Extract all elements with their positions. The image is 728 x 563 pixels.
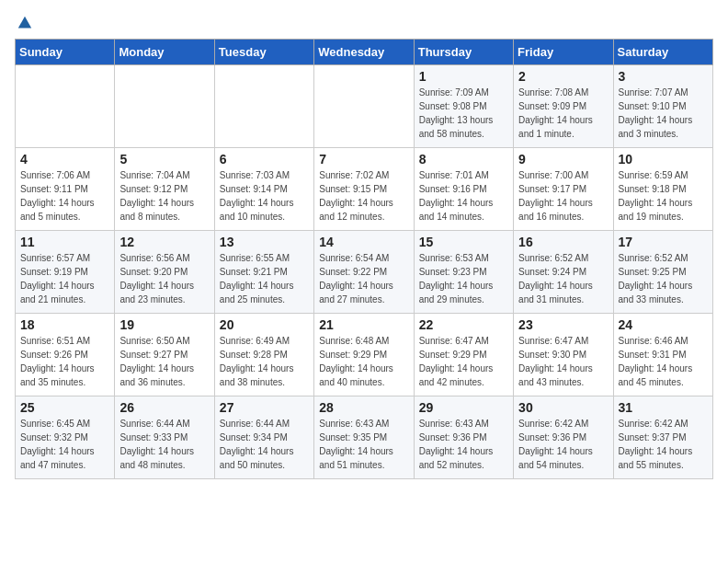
- day-number: 30: [518, 400, 608, 415]
- week-row-3: 18Sunrise: 6:51 AMSunset: 9:26 PMDayligh…: [16, 314, 713, 396]
- day-info: Sunrise: 6:53 AMSunset: 9:23 PMDaylight:…: [419, 251, 508, 306]
- day-info: Sunrise: 6:42 AMSunset: 9:37 PMDaylight:…: [619, 417, 708, 472]
- day-info: Sunrise: 7:08 AMSunset: 9:09 PMDaylight:…: [518, 86, 608, 141]
- day-cell: 18Sunrise: 6:51 AMSunset: 9:26 PMDayligh…: [16, 314, 115, 396]
- day-number: 13: [220, 235, 309, 249]
- day-number: 18: [20, 317, 109, 332]
- day-info: Sunrise: 6:51 AMSunset: 9:26 PMDaylight:…: [20, 334, 109, 389]
- day-info: Sunrise: 7:06 AMSunset: 9:11 PMDaylight:…: [20, 168, 109, 224]
- day-info: Sunrise: 7:07 AMSunset: 9:10 PMDaylight:…: [619, 86, 708, 141]
- day-info: Sunrise: 6:42 AMSunset: 9:36 PMDaylight:…: [518, 417, 608, 472]
- day-info: Sunrise: 7:04 AMSunset: 9:12 PMDaylight:…: [119, 168, 209, 224]
- day-cell: [314, 65, 414, 148]
- day-cell: 29Sunrise: 6:43 AMSunset: 9:36 PMDayligh…: [414, 396, 513, 479]
- day-number: 27: [220, 400, 309, 415]
- day-number: 24: [619, 317, 708, 332]
- week-row-1: 4Sunrise: 7:06 AMSunset: 9:11 PMDaylight…: [16, 148, 713, 231]
- day-number: 19: [119, 317, 209, 332]
- svg-marker-0: [18, 17, 31, 29]
- day-cell: 21Sunrise: 6:48 AMSunset: 9:29 PMDayligh…: [314, 314, 414, 396]
- day-cell: 11Sunrise: 6:57 AMSunset: 9:19 PMDayligh…: [16, 231, 115, 314]
- day-cell: 25Sunrise: 6:45 AMSunset: 9:32 PMDayligh…: [16, 396, 115, 479]
- day-cell: 15Sunrise: 6:53 AMSunset: 9:23 PMDayligh…: [414, 231, 513, 314]
- day-info: Sunrise: 6:47 AMSunset: 9:30 PMDaylight:…: [518, 334, 608, 389]
- day-info: Sunrise: 6:52 AMSunset: 9:24 PMDaylight:…: [518, 251, 608, 306]
- day-info: Sunrise: 6:54 AMSunset: 9:22 PMDaylight:…: [319, 251, 408, 306]
- day-cell: 4Sunrise: 7:06 AMSunset: 9:11 PMDaylight…: [16, 148, 115, 231]
- day-cell: 6Sunrise: 7:03 AMSunset: 9:14 PMDaylight…: [214, 148, 313, 231]
- day-number: 9: [518, 152, 608, 167]
- day-info: Sunrise: 6:46 AMSunset: 9:31 PMDaylight:…: [619, 334, 708, 389]
- day-info: Sunrise: 6:48 AMSunset: 9:29 PMDaylight:…: [319, 334, 408, 389]
- day-number: 20: [220, 317, 309, 332]
- day-cell: [16, 65, 115, 148]
- day-cell: 2Sunrise: 7:08 AMSunset: 9:09 PMDaylight…: [514, 65, 613, 148]
- header-sunday: Sunday: [16, 40, 115, 65]
- day-cell: 7Sunrise: 7:02 AMSunset: 9:15 PMDaylight…: [314, 148, 414, 231]
- header-row: SundayMondayTuesdayWednesdayThursdayFrid…: [16, 40, 713, 65]
- day-cell: 19Sunrise: 6:50 AMSunset: 9:27 PMDayligh…: [115, 314, 214, 396]
- day-cell: 20Sunrise: 6:49 AMSunset: 9:28 PMDayligh…: [214, 314, 313, 396]
- day-info: Sunrise: 6:44 AMSunset: 9:33 PMDaylight:…: [119, 417, 209, 472]
- day-cell: 30Sunrise: 6:42 AMSunset: 9:36 PMDayligh…: [514, 396, 613, 479]
- day-number: 6: [220, 152, 309, 167]
- day-info: Sunrise: 6:59 AMSunset: 9:18 PMDaylight:…: [619, 168, 708, 224]
- day-cell: 26Sunrise: 6:44 AMSunset: 9:33 PMDayligh…: [115, 396, 214, 479]
- day-cell: 10Sunrise: 6:59 AMSunset: 9:18 PMDayligh…: [613, 148, 712, 231]
- week-row-4: 25Sunrise: 6:45 AMSunset: 9:32 PMDayligh…: [16, 396, 713, 479]
- day-number: 3: [619, 69, 708, 84]
- day-cell: 12Sunrise: 6:56 AMSunset: 9:20 PMDayligh…: [115, 231, 214, 314]
- day-cell: 3Sunrise: 7:07 AMSunset: 9:10 PMDaylight…: [613, 65, 712, 148]
- day-cell: [115, 65, 214, 148]
- day-info: Sunrise: 6:55 AMSunset: 9:21 PMDaylight:…: [220, 251, 309, 306]
- day-info: Sunrise: 6:52 AMSunset: 9:25 PMDaylight:…: [619, 251, 708, 306]
- day-cell: 27Sunrise: 6:44 AMSunset: 9:34 PMDayligh…: [214, 396, 313, 479]
- day-number: 22: [419, 317, 508, 332]
- calendar-table: SundayMondayTuesdayWednesdayThursdayFrid…: [15, 39, 713, 479]
- day-cell: 8Sunrise: 7:01 AMSunset: 9:16 PMDaylight…: [414, 148, 513, 231]
- day-number: 28: [319, 400, 408, 415]
- day-number: 5: [119, 152, 209, 167]
- day-number: 12: [119, 235, 209, 249]
- day-number: 31: [619, 400, 708, 415]
- day-cell: 14Sunrise: 6:54 AMSunset: 9:22 PMDayligh…: [314, 231, 414, 314]
- day-info: Sunrise: 6:45 AMSunset: 9:32 PMDaylight:…: [20, 417, 109, 472]
- day-number: 21: [319, 317, 408, 332]
- day-cell: 17Sunrise: 6:52 AMSunset: 9:25 PMDayligh…: [613, 231, 712, 314]
- day-number: 16: [518, 235, 608, 249]
- day-info: Sunrise: 6:50 AMSunset: 9:27 PMDaylight:…: [119, 334, 209, 389]
- day-number: 11: [20, 235, 109, 249]
- day-info: Sunrise: 6:43 AMSunset: 9:35 PMDaylight:…: [319, 417, 408, 472]
- day-cell: 24Sunrise: 6:46 AMSunset: 9:31 PMDayligh…: [613, 314, 712, 396]
- logo-icon: [17, 15, 33, 31]
- day-number: 17: [619, 235, 708, 249]
- day-number: 26: [119, 400, 209, 415]
- day-number: 1: [419, 69, 508, 84]
- day-number: 7: [319, 152, 408, 167]
- day-number: 23: [518, 317, 608, 332]
- day-number: 14: [319, 235, 408, 249]
- day-info: Sunrise: 7:02 AMSunset: 9:15 PMDaylight:…: [319, 168, 408, 224]
- day-number: 10: [619, 152, 708, 167]
- logo: [15, 15, 33, 31]
- day-cell: 31Sunrise: 6:42 AMSunset: 9:37 PMDayligh…: [613, 396, 712, 479]
- day-cell: 22Sunrise: 6:47 AMSunset: 9:29 PMDayligh…: [414, 314, 513, 396]
- day-number: 4: [20, 152, 109, 167]
- day-cell: [214, 65, 313, 148]
- day-cell: 9Sunrise: 7:00 AMSunset: 9:17 PMDaylight…: [514, 148, 613, 231]
- day-number: 15: [419, 235, 508, 249]
- day-info: Sunrise: 6:47 AMSunset: 9:29 PMDaylight:…: [419, 334, 508, 389]
- day-cell: 5Sunrise: 7:04 AMSunset: 9:12 PMDaylight…: [115, 148, 214, 231]
- day-info: Sunrise: 7:01 AMSunset: 9:16 PMDaylight:…: [419, 168, 508, 224]
- day-cell: 16Sunrise: 6:52 AMSunset: 9:24 PMDayligh…: [514, 231, 613, 314]
- day-cell: 28Sunrise: 6:43 AMSunset: 9:35 PMDayligh…: [314, 396, 414, 479]
- day-number: 29: [419, 400, 508, 415]
- header-tuesday: Tuesday: [214, 40, 313, 65]
- day-info: Sunrise: 6:43 AMSunset: 9:36 PMDaylight:…: [419, 417, 508, 472]
- day-cell: 1Sunrise: 7:09 AMSunset: 9:08 PMDaylight…: [414, 65, 513, 148]
- day-info: Sunrise: 6:49 AMSunset: 9:28 PMDaylight:…: [220, 334, 309, 389]
- day-number: 25: [20, 400, 109, 415]
- day-cell: 13Sunrise: 6:55 AMSunset: 9:21 PMDayligh…: [214, 231, 313, 314]
- day-info: Sunrise: 7:03 AMSunset: 9:14 PMDaylight:…: [220, 168, 309, 224]
- day-info: Sunrise: 6:57 AMSunset: 9:19 PMDaylight:…: [20, 251, 109, 306]
